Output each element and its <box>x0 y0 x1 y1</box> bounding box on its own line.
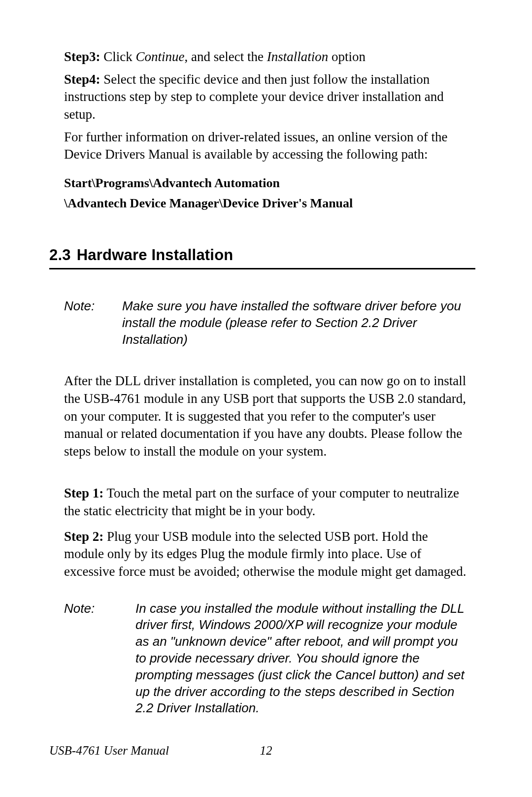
note2-text: In case you installed the module without… <box>135 600 468 717</box>
step3-text-b: , and select the <box>185 49 267 64</box>
note2-label: Note: <box>64 600 135 717</box>
step3-continue-word: Continue <box>136 49 185 64</box>
spacer <box>64 465 468 485</box>
step4-paragraph: Step4: Select the specific device and th… <box>64 71 468 124</box>
page: Step3: Click Continue, and select the In… <box>0 0 532 797</box>
step4-label: Step4: <box>64 72 100 87</box>
section-heading-container: 2.3Hardware Installation <box>49 246 475 269</box>
content-area: Step3: Click Continue, and select the In… <box>64 48 468 717</box>
section-number: 2.3 <box>49 246 71 264</box>
note-block-2: Note: In case you installed the module w… <box>64 600 468 717</box>
hw-step1-label: Step 1: <box>64 486 103 500</box>
note1-text: Make sure you have installed the softwar… <box>122 298 468 348</box>
page-footer: USB-4761 User Manual 12 <box>49 744 483 758</box>
section-heading: 2.3Hardware Installation <box>49 246 475 269</box>
step3-installation-word: Installation <box>267 49 329 64</box>
section-title: Hardware Installation <box>77 246 233 264</box>
further-info-paragraph: For further information on driver-relate… <box>64 129 468 164</box>
hw-step2-label: Step 2: <box>64 529 103 544</box>
note-block-1: Note: Make sure you have installed the s… <box>64 298 468 348</box>
step4-text: Select the specific device and then just… <box>64 72 444 122</box>
step3-text-c: option <box>328 49 366 64</box>
hw-step2-paragraph: Step 2: Plug your USB module into the se… <box>64 528 468 581</box>
hw-step1-paragraph: Step 1: Touch the metal part on the surf… <box>64 485 468 520</box>
hw-step2-text: Plug your USB module into the selected U… <box>64 529 466 579</box>
step3-paragraph: Step3: Click Continue, and select the In… <box>64 48 468 66</box>
hw-body-paragraph: After the DLL driver installation is com… <box>64 372 468 460</box>
menu-path-line-1: Start\Programs\Advantech Automation <box>64 174 468 192</box>
footer-page-number: 12 <box>260 744 272 758</box>
step3-label: Step3: <box>64 49 100 64</box>
note1-label: Note: <box>64 298 122 348</box>
menu-path-line-2: \Advantech Device Manager\Device Driver'… <box>64 195 468 212</box>
hw-step1-text: Touch the metal part on the surface of y… <box>64 486 459 518</box>
step3-text-a: Click <box>100 49 136 64</box>
footer-manual-title: USB-4761 User Manual <box>49 744 169 758</box>
